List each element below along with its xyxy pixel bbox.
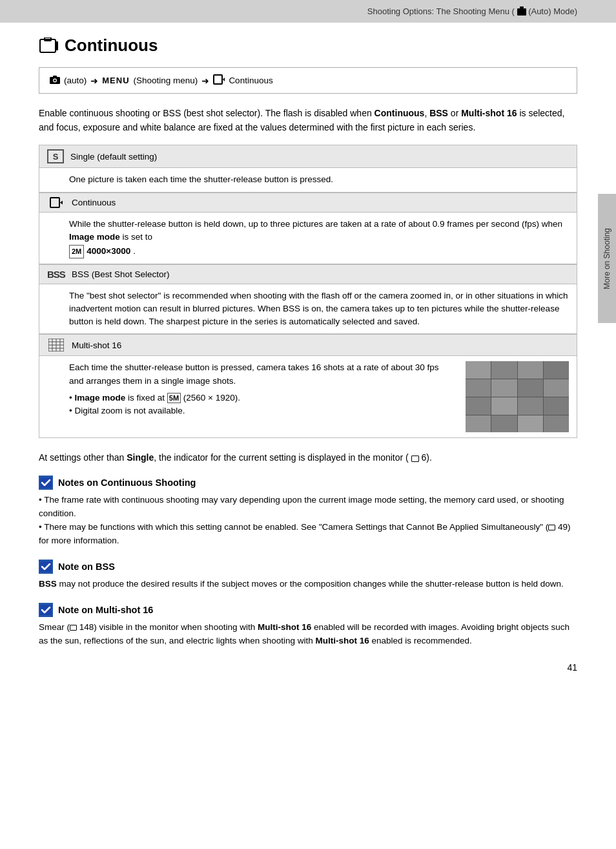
continuous-icon [47,197,65,208]
note-multishot-body: Smear ( 148) visible in the monitor when… [39,621,577,648]
bss-body: The "best shot selector" is recommended … [39,284,577,335]
note-multishot-title: Note on Multi-shot 16 [58,605,153,615]
page-title: Continuous [65,36,158,56]
multishot-body: Each time the shutter-release button is … [39,356,577,437]
page-number: 41 [567,662,577,673]
svg-rect-9 [50,198,59,207]
nav-continuous-icon [213,74,225,87]
multishot-bullet-2: • Digital zoom is not available. [69,404,455,417]
svg-marker-8 [223,78,225,81]
setting-single-header: S Single (default setting) [39,145,577,168]
svg-rect-7 [214,75,222,84]
note-multishot-header: Note on Multi-shot 16 [39,603,577,617]
single-label: Single (default setting) [70,152,157,162]
note-bss-header: Note on BSS [39,560,577,574]
svg-rect-4 [53,76,57,78]
header-text: Shooting Options: The Shooting Menu ( (A… [367,6,577,16]
continuous-title-icon [39,37,59,55]
image-mode-icon: 2M [69,245,84,258]
nav-arrow-2: ➜ [201,76,209,86]
nav-menu-text: MENU [102,76,129,85]
note-continuous-title: Notes on Continuous Shooting [58,477,196,488]
setting-continuous-header: Continuous [39,193,577,213]
multishot-description: Each time the shutter-release button is … [69,361,455,388]
nav-continuous-text: Continuous [229,76,272,85]
nav-camera-icon [50,76,60,86]
continuous-label: Continuous [72,198,116,207]
note-continuous-body: The frame rate with continuous shooting … [39,494,577,548]
nav-shooting-menu-text: (Shooting menu) [134,76,198,85]
note-multishot: Note on Multi-shot 16 Smear ( 148) visib… [39,603,577,648]
bss-description: The "best shot selector" is recommended … [69,291,568,327]
nav-box: (auto) ➜ MENU (Shooting menu) ➜ Continuo… [39,67,577,94]
setting-multishot-header: Multi-shot 16 [39,334,577,356]
intro-text: Enable continuous shooting or BSS (best … [39,107,577,134]
note-continuous-header: Notes on Continuous Shooting [39,476,577,490]
resolution-text: 4000×3000 [87,245,130,258]
note-bss: Note on BSS BSS may not produce the desi… [39,560,577,591]
multishot-label: Multi-shot 16 [72,341,121,350]
svg-rect-2 [56,41,58,50]
bottom-text: At settings other than Single, the indic… [39,451,577,465]
nav-arrow-1: ➜ [90,76,98,86]
svg-point-6 [54,79,56,81]
multishot-bullet-1: • Image mode is fixed at 5M (2560 × 1920… [69,392,455,404]
setting-bss-header: BSS BSS (Best Shot Selector) [39,264,577,284]
settings-table: S Single (default setting) One picture i… [39,145,577,438]
note-continuous-icon [39,476,53,490]
page-header: Shooting Options: The Shooting Menu ( (A… [0,0,616,23]
note-continuous-bullet-1: The frame rate with continuous shooting … [39,494,577,521]
multishot-image [466,361,569,432]
single-description: One picture is taken each time the shutt… [69,174,333,184]
svg-marker-10 [60,200,63,204]
note-continuous-shooting: Notes on Continuous Shooting The frame r… [39,476,577,548]
note-bss-body: BSS may not produce the desired results … [39,578,577,591]
bss-label: BSS (Best Shot Selector) [72,269,170,279]
note-bss-title: Note on BSS [58,561,115,572]
continuous-body: While the shutter-release button is held… [39,213,577,264]
bss-icon: BSS [47,269,65,280]
page-title-section: Continuous [39,36,577,56]
note-continuous-bullet-2: There may be functions with which this s… [39,521,577,548]
single-body: One picture is taken each time the shutt… [39,168,577,192]
multishot-icon [47,339,65,351]
single-icon: S [47,149,64,163]
note-multishot-icon [39,603,53,617]
note-bss-icon [39,560,53,574]
nav-auto-text: (auto) [64,76,87,85]
